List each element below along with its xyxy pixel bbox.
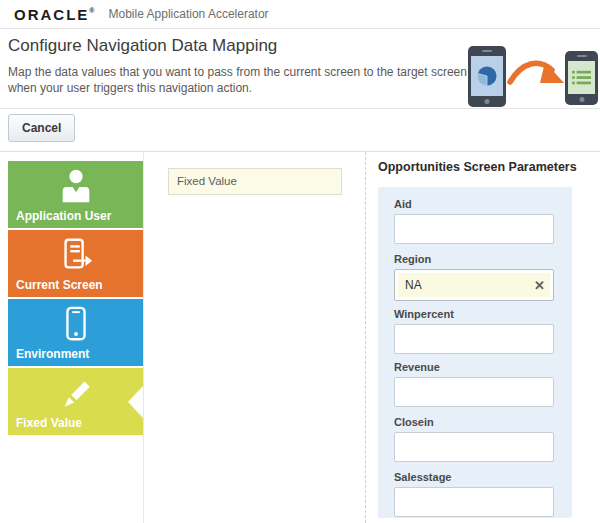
- target-phone-illustration: [565, 51, 598, 105]
- field-label: Winpercent: [394, 308, 554, 320]
- field-revenue: Revenue: [394, 361, 554, 407]
- list-icon: [568, 61, 595, 94]
- closein-input[interactable]: [394, 432, 554, 462]
- tile-label: Environment: [16, 347, 89, 361]
- description-line-2: when your user triggers this navigation …: [8, 80, 467, 96]
- source-tile-current-screen[interactable]: Current Screen: [8, 230, 143, 297]
- source-tile-environment[interactable]: Environment: [8, 299, 143, 366]
- field-label: Revenue: [394, 361, 554, 373]
- parameters-panel-title: Opportunities Screen Parameters: [378, 160, 577, 174]
- curved-arrow-icon: [507, 56, 567, 96]
- region-input[interactable]: NA ✕: [394, 269, 554, 301]
- source-tile-fixed-value[interactable]: Fixed Value: [8, 368, 143, 435]
- source-phone-illustration: [468, 46, 506, 107]
- page-description: Map the data values that you want to pas…: [8, 64, 467, 96]
- phone-home-button: [579, 97, 584, 102]
- field-label: Region: [394, 253, 554, 265]
- field-closein: Closein: [394, 416, 554, 462]
- data-source-list: Application User Current Screen Environm…: [8, 161, 143, 437]
- cancel-button[interactable]: Cancel: [8, 114, 75, 142]
- revenue-input[interactable]: [394, 377, 554, 407]
- fixed-value-chip[interactable]: Fixed Value: [168, 168, 342, 195]
- aid-input[interactable]: [394, 214, 554, 244]
- region-value: NA: [395, 278, 422, 292]
- dashed-divider: [365, 152, 366, 523]
- oracle-logo: ORACLE®: [14, 6, 95, 23]
- field-label: Aid: [394, 198, 554, 210]
- phone-speaker: [482, 50, 492, 52]
- source-tile-application-user[interactable]: Application User: [8, 161, 143, 228]
- app-title: Mobile Application Accelerator: [109, 7, 269, 21]
- field-region: Region NA ✕: [394, 253, 554, 301]
- description-line-1: Map the data values that you want to pas…: [8, 64, 467, 80]
- field-label: Salesstage: [394, 471, 554, 483]
- screen-arrow-icon: [57, 236, 95, 274]
- pie-chart-icon: [471, 56, 503, 96]
- phone-speaker: [577, 55, 587, 57]
- field-salesstage: Salesstage: [394, 471, 554, 517]
- top-bar: ORACLE® Mobile Application Accelerator: [0, 0, 600, 29]
- divider: [0, 151, 600, 152]
- field-label: Closein: [394, 416, 554, 428]
- tile-label: Fixed Value: [16, 416, 82, 430]
- oracle-logo-text: ORACLE: [14, 6, 89, 23]
- pencil-icon: [57, 374, 95, 412]
- user-icon: [57, 167, 95, 205]
- winpercent-input[interactable]: [394, 324, 554, 354]
- salesstage-input[interactable]: [394, 487, 554, 517]
- tile-label: Application User: [16, 209, 111, 223]
- field-winpercent: Winpercent: [394, 308, 554, 354]
- phone-icon: [57, 305, 95, 343]
- field-aid: Aid: [394, 198, 554, 244]
- divider: [0, 108, 600, 109]
- column-border: [143, 152, 144, 523]
- phone-home-button: [485, 99, 490, 104]
- parameters-panel: Aid Region NA ✕ Winpercent Revenue Close…: [378, 187, 572, 518]
- tile-label: Current Screen: [16, 278, 103, 292]
- selected-notch: [128, 386, 143, 418]
- registered-mark: ®: [89, 7, 94, 14]
- app-window: ORACLE® Mobile Application Accelerator C…: [0, 0, 600, 523]
- clear-icon[interactable]: ✕: [534, 279, 553, 292]
- page-title: Configure Navigation Data Mapping: [8, 36, 277, 56]
